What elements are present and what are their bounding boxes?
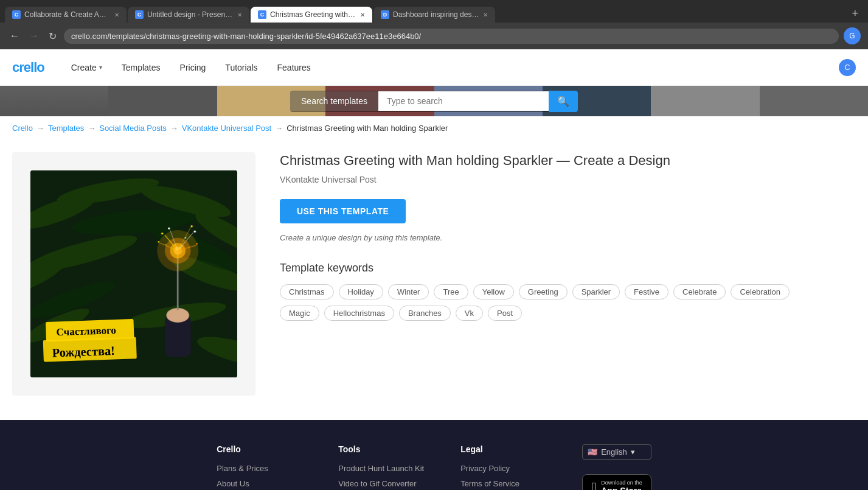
template-subtitle: VKontakte Universal Post [280,175,839,184]
tab-close-icon[interactable]: ✕ [114,12,119,18]
tab-close-icon[interactable]: ✕ [237,12,242,18]
keyword-tag[interactable]: Magic [280,306,319,321]
footer-col-title: Tools [338,444,424,454]
footer-lang-col: 🇺🇸 English ▾  Download on the App Store [582,444,651,490]
footer-link[interactable]: Plans & Prices [217,464,302,473]
browser-tab-tab4[interactable]: D Dashboard inspiring designs - G... ✕ [373,7,495,23]
svg-point-31 [168,228,170,229]
footer-col-1: ToolsProduct Hunt Launch KitVideo to Gif… [338,444,424,490]
keyword-tag[interactable]: Vk [456,306,483,321]
search-input[interactable] [378,91,549,111]
breadcrumb-vk[interactable]: VKontakte Universal Post [182,124,271,133]
keywords-row-2: MagicHellochristmasBranchesVkPost [280,306,839,321]
use-template-button[interactable]: USE THIS TEMPLATE [280,199,406,223]
breadcrumb-sep1: → [36,124,44,133]
keyword-tag[interactable]: Celebration [731,284,790,299]
breadcrumb-current: Christmas Greeting with Man holding Spar… [286,124,448,133]
svg-point-32 [191,225,193,227]
keyword-tag[interactable]: Yellow [473,284,514,299]
tab-title: Dashboard inspiring designs - G... [393,10,479,19]
svg-point-28 [194,231,196,233]
breadcrumb: Crello → Templates → Social Media Posts … [0,116,868,140]
nav-label: Create [71,63,97,72]
template-image: Счастливого Рождества! [30,170,237,377]
footer-link[interactable]: Terms of Service [460,479,546,488]
footer-col-0: CrelloPlans & PricesAbout Us [217,444,302,490]
tab-title: Christmas Greeting with Man ho... [270,10,356,19]
language-label: English [601,447,627,457]
keyword-tag[interactable]: Hellochristmas [324,306,394,321]
main-content: Счастливого Рождества! Christmas Greetin… [0,140,852,420]
address-bar[interactable] [64,29,839,44]
footer-link[interactable]: Video to Gif Converter [338,479,424,488]
app-store-small-text: Download on the [601,480,642,486]
browser-addressbar: ← → ↻ G [0,23,868,49]
svg-point-30 [196,243,198,245]
keywords-title: Template keywords [280,262,839,275]
browser-chrome: C Collaborate & Create Amazing G... ✕ C … [0,0,868,49]
keyword-tag[interactable]: Greeting [519,284,568,299]
footer-inner: CrelloPlans & PricesAbout UsToolsProduct… [12,444,856,490]
footer-col-2: LegalPrivacy PolicyTerms of Service [460,444,546,490]
keyword-tag[interactable]: Tree [434,284,468,299]
tab-close-icon[interactable]: ✕ [483,12,488,18]
main-nav: Create▾TemplatesPricingTutorialsFeatures [63,58,319,77]
browser-tab-tab2[interactable]: C Untitled design - Presentation (T... ✕ [128,7,249,23]
template-svg: Счастливого Рождества! [30,170,237,377]
search-templates-button[interactable]: Search templates [290,91,378,111]
keyword-tag[interactable]: Sparkler [572,284,620,299]
profile-avatar[interactable]: G [844,27,861,44]
svg-point-33 [185,237,187,239]
nav-arrow: ▾ [99,64,102,71]
breadcrumb-templates[interactable]: Templates [48,124,84,133]
keywords-row-1: ChristmasHolidayWinterTreeYellowGreeting… [280,284,839,299]
tab-close-icon[interactable]: ✕ [360,12,365,18]
breadcrumb-sep2: → [88,124,95,133]
browser-tab-tab3[interactable]: C Christmas Greeting with Man ho... ✕ [251,7,372,23]
browser-tab-tab1[interactable]: C Collaborate & Create Amazing G... ✕ [5,7,127,23]
breadcrumb-social[interactable]: Social Media Posts [99,124,167,133]
app-store-text: Download on the App Store [601,480,642,490]
forward-button[interactable]: → [27,29,41,43]
svg-point-15 [167,308,189,323]
site-header: crello Create▾TemplatesPricingTutorialsF… [0,49,868,86]
svg-text:Рождества!: Рождества! [52,344,115,360]
breadcrumb-sep3: → [170,124,178,133]
nav-item-templates[interactable]: Templates [113,58,169,77]
keyword-tag[interactable]: Post [488,306,522,321]
nav-item-pricing[interactable]: Pricing [172,58,215,77]
nav-label: Templates [122,63,161,72]
keyword-tag[interactable]: Winter [388,284,429,299]
template-description: Create a unique design by using this tem… [280,233,839,242]
refresh-button[interactable]: ↻ [46,29,59,43]
keyword-tag[interactable]: Holiday [339,284,383,299]
nav-item-tutorials[interactable]: Tutorials [217,58,266,77]
language-selector[interactable]: 🇺🇸 English ▾ [582,444,651,460]
back-button[interactable]: ← [7,29,22,43]
keyword-tag[interactable]: Celebrate [673,284,726,299]
keyword-tag[interactable]: Branches [399,306,451,321]
browser-tabs: C Collaborate & Create Amazing G... ✕ C … [0,0,868,23]
text-area: Счастливого Рождества! [43,319,137,362]
footer-link[interactable]: About Us [217,479,302,488]
keyword-tag[interactable]: Christmas [280,284,334,299]
keyword-tag[interactable]: Festive [625,284,668,299]
template-title: Christmas Greeting with Man holding Spar… [280,152,839,170]
nav-label: Features [277,63,311,72]
app-store-big-text: App Store [601,486,642,490]
search-banner: Search templates 🔍 [0,86,868,116]
nav-item-features[interactable]: Features [269,58,319,77]
new-tab-button[interactable]: + [847,5,863,23]
user-avatar-header[interactable]: C [839,59,856,76]
footer-link[interactable]: Privacy Policy [460,464,546,473]
preview-card: Счастливого Рождества! [12,152,255,396]
footer-col-title: Legal [460,444,546,454]
app-store-button[interactable]:  Download on the App Store [582,474,651,490]
breadcrumb-crello[interactable]: Crello [12,124,33,133]
footer-link[interactable]: Product Hunt Launch Kit [338,464,424,473]
nav-item-create[interactable]: Create▾ [63,58,111,77]
site-logo[interactable]: crello [12,60,44,75]
svg-text:Счастливого: Счастливого [56,324,116,338]
search-submit-button[interactable]: 🔍 [549,91,578,112]
svg-point-29 [158,241,160,243]
